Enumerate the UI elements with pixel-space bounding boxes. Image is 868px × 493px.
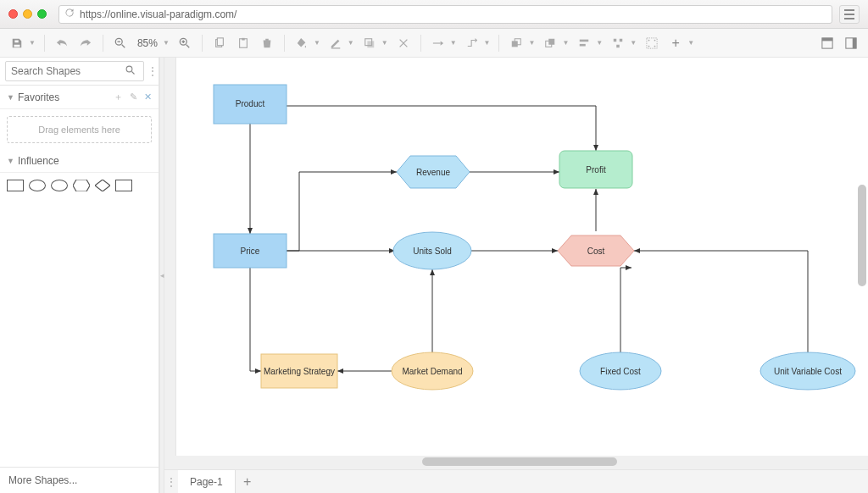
node-product[interactable]: Product — [214, 85, 287, 124]
favorites-drop-zone[interactable]: Drag elements here — [7, 116, 152, 143]
copy-button[interactable] — [209, 33, 230, 53]
node-units-sold[interactable]: Units Sold — [393, 232, 471, 269]
svg-rect-17 — [617, 44, 620, 47]
svg-text:Product: Product — [236, 99, 265, 108]
zoom-dropdown-icon[interactable]: ▼ — [163, 39, 170, 47]
close-window-icon[interactable] — [8, 9, 18, 19]
sheet-tabs: ⋮ Page-1 + — [164, 469, 868, 493]
node-unit-variable-cost[interactable]: Unit Variable Cost — [760, 352, 855, 390]
align-dropdown-icon[interactable]: ▼ — [596, 39, 603, 47]
search-options-icon[interactable]: ⋮ — [147, 65, 158, 77]
influence-panel-header[interactable]: ▼ Influence — [0, 150, 159, 173]
tab-page-1[interactable]: Page-1 — [178, 470, 236, 493]
node-revenue[interactable]: Revenue — [397, 156, 470, 188]
node-market-demand[interactable]: Market Demand — [392, 352, 473, 390]
shadow-dropdown-icon[interactable]: ▼ — [381, 39, 388, 47]
edge-price-marketing[interactable] — [250, 268, 261, 371]
svg-rect-15 — [614, 38, 617, 42]
line-dropdown-icon[interactable]: ▼ — [348, 39, 354, 47]
svg-text:Units Sold: Units Sold — [413, 246, 452, 256]
outline-panel-button[interactable] — [841, 33, 861, 53]
svg-rect-3 — [217, 37, 223, 45]
minimize-window-icon[interactable] — [23, 9, 32, 19]
add-favorite-icon[interactable]: ＋ — [114, 91, 123, 103]
front-dropdown-icon[interactable]: ▼ — [528, 39, 535, 47]
svg-text:Market Demand: Market Demand — [402, 367, 462, 376]
zoom-level[interactable]: 85% — [134, 37, 161, 49]
svg-rect-26 — [853, 37, 856, 47]
ellipse-bold-shape[interactable] — [51, 180, 68, 191]
zoom-out-button[interactable] — [110, 33, 131, 53]
svg-rect-14 — [580, 43, 586, 46]
maximize-window-icon[interactable] — [37, 9, 47, 19]
horizontal-scrollbar[interactable] — [176, 457, 856, 466]
edge-variable-cost[interactable] — [634, 251, 808, 354]
back-dropdown-icon[interactable]: ▼ — [562, 39, 569, 47]
rectangle-shape[interactable] — [7, 180, 24, 191]
shadow-button[interactable] — [359, 33, 380, 53]
node-fixed-cost[interactable]: Fixed Cost — [580, 352, 661, 390]
edge-product-profit[interactable] — [287, 106, 596, 151]
close-favorite-icon[interactable]: ✕ — [144, 91, 152, 102]
edit-favorite-icon[interactable]: ✎ — [130, 91, 137, 102]
connection-button[interactable] — [428, 33, 448, 53]
favorites-panel-header[interactable]: ▼ Favorites ＋ ✎ ✕ — [0, 86, 159, 109]
align-button[interactable] — [574, 33, 594, 53]
edge-price-revenue[interactable] — [287, 172, 397, 251]
ellipse-shape[interactable] — [29, 180, 46, 191]
to-front-button[interactable] — [506, 33, 526, 53]
undo-button[interactable] — [52, 33, 72, 53]
distribute-dropdown-icon[interactable]: ▼ — [630, 39, 637, 47]
waypoint-dropdown-icon[interactable]: ▼ — [484, 39, 491, 47]
paste-button[interactable] — [233, 33, 253, 53]
main-toolbar: ▼ 85% ▼ ▼ ▼ ▼ ▼ ▼ ▼ ▼ ▼ ▼ +▼ — [0, 29, 868, 58]
grid-button[interactable] — [642, 33, 662, 53]
redo-button[interactable] — [75, 33, 96, 53]
search-input[interactable] — [5, 61, 144, 81]
sheet-menu-icon[interactable]: ⋮ — [164, 476, 178, 488]
vertical-scrollbar[interactable] — [858, 58, 866, 456]
format-panel-button[interactable] — [817, 33, 837, 53]
diamond-shape[interactable] — [95, 180, 110, 194]
node-cost[interactable]: Cost — [558, 235, 634, 266]
svg-text:Profit: Profit — [586, 165, 606, 174]
node-marketing-strategy[interactable]: Marketing Strategy — [261, 354, 337, 388]
svg-rect-5 — [242, 37, 245, 40]
reload-icon[interactable] — [64, 8, 75, 20]
browser-chrome — [0, 0, 868, 29]
node-price[interactable]: Price — [214, 234, 287, 268]
zoom-in-button[interactable] — [175, 33, 195, 53]
diagram-canvas[interactable]: Product Price Revenue Prof — [176, 58, 868, 456]
to-back-button[interactable] — [540, 33, 560, 53]
svg-rect-8 — [367, 41, 374, 47]
node-profit[interactable]: Profit — [559, 151, 632, 188]
save-dropdown-icon[interactable]: ▼ — [29, 39, 36, 47]
app-menu-icon[interactable] — [839, 5, 860, 24]
style-button[interactable] — [393, 33, 414, 53]
waypoint-button[interactable] — [462, 33, 482, 53]
save-button[interactable] — [7, 33, 27, 53]
url-bar[interactable] — [58, 5, 832, 24]
svg-rect-13 — [580, 39, 589, 42]
collapse-icon: ▼ — [7, 93, 14, 102]
add-dropdown-icon[interactable]: ▼ — [687, 39, 694, 47]
url-input[interactable] — [80, 8, 826, 20]
svg-point-20 — [654, 39, 656, 41]
svg-text:Cost: Cost — [587, 246, 605, 256]
delete-button[interactable] — [257, 33, 277, 53]
fill-dropdown-icon[interactable]: ▼ — [314, 39, 320, 47]
svg-marker-29 — [95, 180, 110, 191]
edge-fixed-cost[interactable] — [620, 268, 632, 354]
line-color-button[interactable] — [326, 33, 346, 53]
hexagon-shape[interactable] — [73, 180, 90, 194]
fill-color-button[interactable] — [292, 33, 312, 53]
connection-dropdown-icon[interactable]: ▼ — [450, 39, 457, 47]
favorites-title: Favorites — [18, 91, 107, 103]
add-page-button[interactable]: + — [236, 474, 259, 490]
more-shapes-button[interactable]: More Shapes... — [0, 467, 159, 493]
svg-rect-24 — [822, 37, 832, 41]
rectangle2-shape[interactable] — [115, 180, 132, 191]
svg-point-21 — [648, 45, 650, 47]
distribute-button[interactable] — [608, 33, 628, 53]
add-button[interactable]: + — [665, 33, 686, 53]
